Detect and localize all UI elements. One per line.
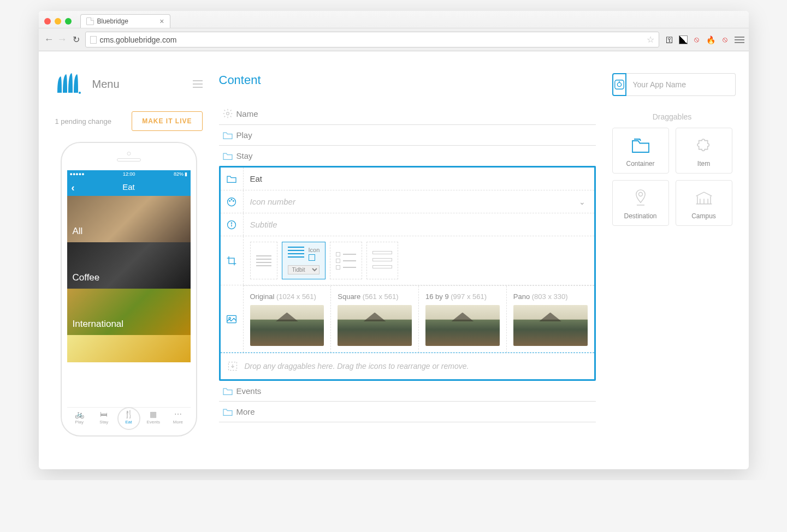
info-icon (221, 213, 244, 236)
page-icon (86, 17, 94, 25)
folder-icon (221, 168, 244, 190)
pin-icon (617, 188, 664, 208)
svg-point-3 (229, 200, 230, 201)
subtitle-input[interactable] (250, 220, 588, 229)
layout-option-cards[interactable] (366, 242, 398, 279)
sidebar-left: Menu 1 pending change MAKE IT LIVE ●●●●●… (55, 73, 203, 437)
image-slot-original[interactable]: Original (1024 x 561) (244, 286, 332, 352)
url-text: cms.gobluebridge.com (100, 35, 177, 44)
crop-icon (221, 236, 244, 285)
folder-icon (617, 136, 664, 156)
phone-tab-more[interactable]: ⋯More (165, 410, 190, 425)
layout-option-list[interactable] (250, 242, 277, 279)
nav-forward-icon: → (57, 34, 67, 45)
phone-preview: ●●●●● 12:00 82% ▮ ‹ Eat All Coffee Inter… (61, 142, 197, 437)
phone-list-item[interactable]: Coffee (67, 242, 191, 289)
svg-point-0 (79, 92, 81, 94)
content-row-play[interactable]: Play (219, 125, 596, 146)
content-main: Content Name Play Stay (219, 73, 596, 437)
pending-changes-text: 1 pending change (55, 117, 111, 125)
layout-option-checklist[interactable] (330, 242, 362, 279)
page-favicon (90, 36, 97, 44)
dropzone[interactable]: Drop any draggables here. Drag the icons… (221, 352, 594, 379)
menu-toggle-icon[interactable] (193, 80, 203, 88)
phone-tab-events[interactable]: ▦Events (141, 410, 165, 425)
ext-delicious-icon[interactable] (679, 35, 688, 44)
image-slot-square[interactable]: Square (561 x 561) (331, 286, 419, 352)
image-thumbnail (425, 305, 500, 346)
phone-status-bar: ●●●●● 12:00 82% ▮ (67, 170, 191, 178)
browser-menu-icon[interactable] (735, 37, 743, 43)
puzzle-icon (681, 136, 727, 156)
folder-icon (219, 387, 236, 396)
make-it-live-button[interactable]: MAKE IT LIVE (132, 111, 202, 131)
window-controls[interactable] (44, 18, 72, 25)
section-title: Content (219, 73, 596, 87)
phone-tab-play[interactable]: 🚲Play (67, 410, 92, 425)
content-row-stay[interactable]: Stay (219, 146, 596, 166)
building-icon (681, 188, 727, 208)
bookmark-icon[interactable]: ☆ (647, 34, 654, 45)
image-slot-16by9[interactable]: 16 by 9 (997 x 561) (419, 286, 507, 352)
image-thumbnail (513, 305, 588, 346)
svg-point-15 (638, 193, 642, 196)
nav-back-icon[interactable]: ← (44, 34, 54, 45)
browser-window: Bluebridge × ← → ↻ cms.gobluebridge.com … (39, 11, 749, 469)
folder-icon (219, 152, 236, 160)
content-editor: ⌄ (219, 166, 596, 381)
close-window-icon[interactable] (44, 18, 51, 25)
ext-block-icon[interactable]: ⦸ (720, 35, 730, 45)
image-thumbnail (250, 305, 324, 346)
draggable-container[interactable]: Container (612, 128, 669, 174)
phone-back-icon[interactable]: ‹ (72, 182, 75, 194)
phone-home-button[interactable] (117, 407, 140, 430)
phone-tab-stay[interactable]: 🛏Stay (92, 410, 116, 425)
svg-point-5 (233, 200, 234, 201)
chevron-down-icon[interactable]: ⌄ (570, 198, 594, 206)
minimize-window-icon[interactable] (55, 18, 61, 25)
address-bar[interactable]: cms.gobluebridge.com ☆ (85, 32, 659, 47)
icon-number-input[interactable] (250, 197, 564, 206)
folder-icon (219, 131, 236, 140)
extension-icons: ⚿ ⦸ 🔥 ⦸ (665, 35, 743, 45)
image-thumbnail (338, 305, 412, 346)
maximize-window-icon[interactable] (65, 18, 72, 25)
folder-icon (219, 408, 236, 416)
drop-target-icon (227, 361, 238, 372)
svg-point-4 (231, 199, 232, 200)
sidebar-right: Draggables Container Item (612, 73, 732, 437)
draggables-title: Draggables (612, 112, 732, 121)
tidbit-select[interactable]: Tidbit (288, 265, 320, 274)
draggable-item[interactable]: Item (676, 128, 732, 174)
app-name-input[interactable] (626, 73, 736, 96)
svg-point-8 (231, 223, 232, 223)
content-row-more[interactable]: More (219, 402, 596, 422)
content-row-name[interactable]: Name (219, 103, 596, 125)
ext-noscript-icon[interactable]: ⦸ (692, 35, 702, 45)
browser-tab[interactable]: Bluebridge × (80, 14, 170, 28)
tab-close-icon[interactable]: × (159, 17, 164, 26)
phone-header: ‹ Eat (67, 178, 191, 196)
image-icon (221, 285, 244, 352)
app-icon (612, 73, 626, 96)
tab-title: Bluebridge (97, 17, 128, 25)
phone-list-item[interactable]: All (67, 196, 191, 242)
phone-list-item[interactable] (67, 335, 191, 362)
svg-point-1 (226, 112, 229, 115)
menu-label: Menu (92, 78, 182, 91)
image-slot-pano[interactable]: Pano (803 x 330) (507, 286, 594, 352)
gear-icon (219, 108, 236, 119)
reload-icon[interactable]: ↻ (73, 34, 80, 45)
svg-point-13 (617, 82, 621, 86)
ext-key-icon[interactable]: ⚿ (665, 35, 674, 45)
name-input[interactable] (250, 174, 588, 183)
browser-chrome: Bluebridge × ← → ↻ cms.gobluebridge.com … (39, 11, 749, 51)
draggable-campus[interactable]: Campus (676, 180, 732, 226)
draggable-destination[interactable]: Destination (612, 180, 669, 226)
ext-flame-icon[interactable]: 🔥 (706, 35, 716, 45)
layout-option-icon-list[interactable]: Icon Tidbit (282, 242, 326, 279)
logo[interactable] (55, 73, 81, 95)
phone-list-item[interactable]: International (67, 289, 191, 335)
content-row-events[interactable]: Events (219, 381, 596, 402)
palette-icon (221, 190, 244, 213)
